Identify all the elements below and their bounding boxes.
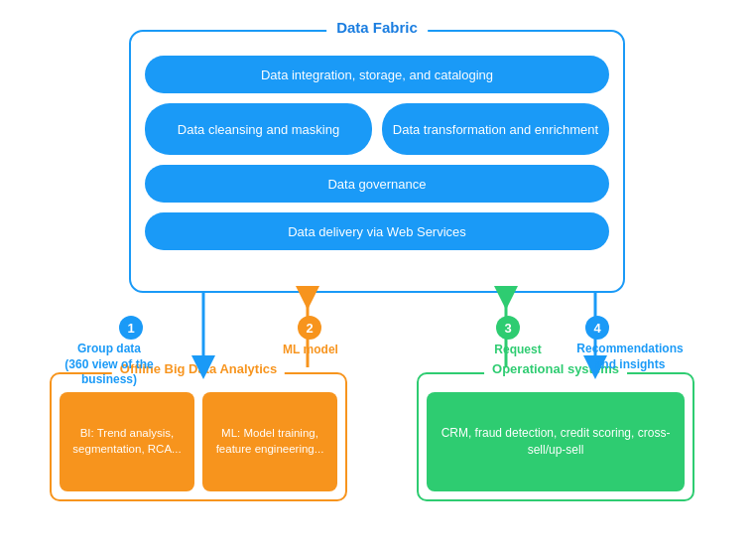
pill-cleansing: Data cleansing and masking — [145, 103, 372, 155]
badge-step1: 1 — [119, 316, 143, 340]
pill-governance: Data governance — [145, 165, 609, 203]
badge-step2: 2 — [298, 316, 321, 340]
bi-pill: BI: Trend analysis, segmentation, RCA... — [60, 392, 194, 491]
badge-step3: 3 — [496, 316, 520, 340]
diagram-container: Data Fabric Data integration, storage, a… — [0, 0, 756, 553]
step4-label: Recommendationsand insights — [575, 342, 685, 372]
step2-label: ML model — [276, 343, 345, 358]
ml-pill: ML: Model training, feature engineering.… — [202, 392, 337, 491]
pill-delivery: Data delivery via Web Services — [145, 212, 609, 250]
pill-row2: Data cleansing and masking Data transfor… — [145, 103, 609, 155]
step1-label: Group data(360 view of thebusiness) — [60, 342, 159, 388]
data-fabric-title: Data Fabric — [326, 19, 428, 36]
pill-transformation: Data transformation and enrichment — [382, 103, 609, 155]
offline-inner: BI: Trend analysis, segmentation, RCA...… — [60, 382, 337, 491]
pill-integration: Data integration, storage, and catalogin… — [145, 56, 609, 93]
data-fabric-box: Data Fabric Data integration, storage, a… — [129, 30, 625, 293]
offline-box: Offline Big Data Analytics BI: Trend ana… — [50, 372, 347, 501]
step3-label: Request — [483, 343, 553, 358]
operational-box: Operational systems CRM, fraud detection… — [417, 372, 694, 501]
operational-inner: CRM, fraud detection, credit scoring, cr… — [427, 382, 685, 491]
crm-pill: CRM, fraud detection, credit scoring, cr… — [427, 392, 685, 491]
badge-step4: 4 — [585, 316, 609, 340]
